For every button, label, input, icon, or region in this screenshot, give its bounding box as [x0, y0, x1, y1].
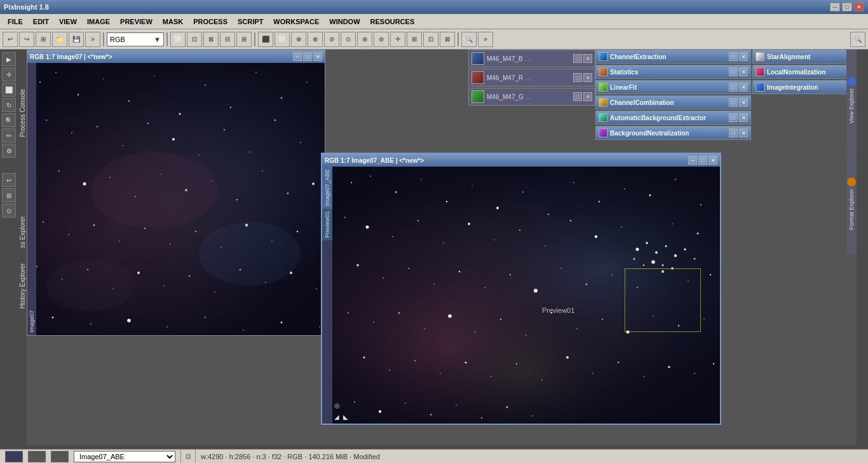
- image07-abe-minimize[interactable]: ─: [688, 156, 697, 165]
- sidebar-btn-grid[interactable]: ⊞: [2, 188, 16, 202]
- image07-abe-maximize[interactable]: □: [698, 156, 707, 165]
- image07-abe-close[interactable]: ✕: [709, 156, 717, 165]
- local-normalization-titlebar[interactable]: LocalNormalization □ ✕: [753, 66, 857, 78]
- maximize-button[interactable]: □: [842, 3, 852, 11]
- toolbar-btn4[interactable]: ⊟: [220, 32, 235, 47]
- toolbar-btn10[interactable]: ⊘: [324, 32, 339, 47]
- menu-process[interactable]: PROCESS: [188, 17, 233, 27]
- statistics-close[interactable]: ✕: [739, 67, 748, 76]
- toolbar-more2[interactable]: »: [478, 32, 493, 47]
- toolbar-btn5[interactable]: ⊞: [236, 32, 252, 47]
- sidebar-btn-settings[interactable]: ⚙: [2, 144, 16, 158]
- sidebar-btn-zoom[interactable]: 🔍: [2, 113, 16, 127]
- image07-maximize[interactable]: □: [303, 52, 312, 61]
- toolbar-zoom-in[interactable]: 🔍: [850, 32, 865, 47]
- toolbar-btn6[interactable]: ⬛: [258, 32, 273, 47]
- thumb-r-settings[interactable]: □: [573, 73, 582, 82]
- menu-preview[interactable]: PREVIEW: [115, 17, 158, 27]
- lock-icon[interactable]: ◎: [332, 401, 341, 410]
- toolbar-btn16[interactable]: ⊡: [423, 32, 438, 47]
- menu-resources[interactable]: RESOURCES: [365, 17, 420, 27]
- process-console-label[interactable]: Process Console: [18, 50, 27, 177]
- image07-minimize[interactable]: ─: [293, 52, 302, 61]
- thumb-b-settings[interactable]: □: [573, 54, 582, 63]
- channel-combination-titlebar[interactable]: ChannelCombination □ ✕: [596, 96, 750, 109]
- thumb-g-close[interactable]: ✕: [583, 92, 592, 101]
- toolbar-undo[interactable]: ↩: [3, 32, 18, 47]
- sidebar-btn-move[interactable]: ✛: [2, 67, 16, 81]
- menu-view[interactable]: VIEW: [54, 17, 82, 27]
- sidebar-btn-circle[interactable]: ⊙: [2, 204, 16, 218]
- bg-neut-settings[interactable]: □: [729, 128, 738, 137]
- status-btn3[interactable]: [51, 451, 69, 462]
- toolbar-btn15[interactable]: ⊞: [407, 32, 422, 47]
- channel-extraction-titlebar[interactable]: ChannelExtraction □ ✕: [596, 50, 750, 63]
- status-btn2[interactable]: [28, 451, 46, 462]
- minimize-button[interactable]: ─: [830, 3, 840, 11]
- channel-combination-close[interactable]: ✕: [739, 98, 748, 107]
- auto-bg-settings[interactable]: □: [729, 113, 738, 122]
- color-mode-dropdown[interactable]: RGB ▼: [107, 32, 164, 46]
- image07-tab[interactable]: Image07: [27, 63, 36, 335]
- thumb-g-settings[interactable]: □: [573, 92, 582, 101]
- toolbar-btn1[interactable]: ⬜: [170, 32, 186, 47]
- menu-edit[interactable]: EDIT: [28, 17, 54, 27]
- format-explorer-sidebar[interactable]: Format Explorer: [846, 153, 857, 254]
- channel-extraction-close[interactable]: ✕: [739, 52, 748, 61]
- image-selector[interactable]: Image07_ABE: [74, 451, 175, 462]
- resize-corner-bl[interactable]: ◢: [332, 412, 341, 421]
- bg-neut-close[interactable]: ✕: [739, 128, 748, 137]
- sidebar-btn-arrow[interactable]: ▶: [2, 52, 16, 66]
- toolbar-open[interactable]: 📁: [52, 32, 67, 47]
- image07-abe-titlebar[interactable]: RGB 1:7 Image07_ABE | <*new*> ─ □ ✕: [322, 154, 720, 167]
- toolbar-btn11[interactable]: ⊙: [341, 32, 356, 47]
- toolbar-new[interactable]: ⊞: [36, 32, 51, 47]
- history-explorer-label[interactable]: History Explorer: [18, 248, 27, 324]
- toolbar-btn3[interactable]: ⊠: [203, 32, 219, 47]
- abe-tab-main[interactable]: Image07_ABE: [322, 167, 332, 209]
- linear-fit-titlebar[interactable]: LinearFit □ ✕: [596, 81, 750, 93]
- menu-workspace[interactable]: WORKSPACE: [268, 17, 324, 27]
- star-alignment-titlebar[interactable]: StarAlignment □ ✕: [753, 50, 857, 63]
- menu-script[interactable]: SCRIPT: [233, 17, 268, 27]
- toolbar-btn2[interactable]: ⊡: [187, 32, 202, 47]
- menu-window[interactable]: WINDOW: [324, 17, 365, 27]
- toolbar-save[interactable]: 💾: [69, 32, 84, 47]
- linear-fit-settings[interactable]: □: [729, 83, 738, 92]
- sidebar-btn-pencil[interactable]: ✏: [2, 128, 16, 142]
- toolbar-btn9[interactable]: ⊗: [308, 32, 323, 47]
- sidebar-btn-select[interactable]: ⬜: [2, 83, 16, 97]
- bg-neutralization-titlebar[interactable]: BackgroundNeutralization □ ✕: [596, 127, 750, 139]
- statistics-settings[interactable]: □: [729, 67, 738, 76]
- linear-fit-close[interactable]: ✕: [739, 83, 748, 92]
- toolbar-more[interactable]: »: [85, 32, 100, 47]
- image07-titlebar[interactable]: RGB 1:7 Image07 | <*new*> ─ □ ✕: [27, 50, 325, 63]
- close-button[interactable]: ✕: [854, 3, 864, 11]
- toolbar-redo[interactable]: ↪: [19, 32, 34, 47]
- menu-file[interactable]: FILE: [3, 17, 28, 27]
- channel-extraction-settings[interactable]: □: [729, 52, 738, 61]
- sidebar-btn-rotate[interactable]: ↻: [2, 98, 16, 112]
- thumb-r-close[interactable]: ✕: [583, 73, 592, 82]
- thumb-b-close[interactable]: ✕: [583, 54, 592, 63]
- toolbar-btn13[interactable]: ⊚: [374, 32, 389, 47]
- menu-image[interactable]: IMAGE: [82, 17, 115, 27]
- image-integration-titlebar[interactable]: ImageIntegration □ ✕: [753, 81, 857, 93]
- sidebar-btn-history[interactable]: ↩: [2, 173, 16, 187]
- toolbar-btn8[interactable]: ⊕: [291, 32, 306, 47]
- abe-tab-preview[interactable]: Preview01: [322, 209, 332, 240]
- toolbar-zoom[interactable]: 🔍: [461, 32, 477, 47]
- toolbar-btn12[interactable]: ⊛: [357, 32, 372, 47]
- menu-mask[interactable]: MASK: [158, 17, 188, 27]
- status-fit-btn[interactable]: ⊡: [180, 449, 196, 464]
- statistics-titlebar[interactable]: Statistics □ ✕: [596, 66, 750, 78]
- status-btn1[interactable]: [5, 451, 23, 462]
- image07-close[interactable]: ✕: [313, 52, 322, 61]
- auto-bg-close[interactable]: ✕: [739, 113, 748, 122]
- toolbar-btn7[interactable]: ⬜: [275, 32, 290, 47]
- resize-corner-br[interactable]: ◣: [341, 412, 350, 421]
- channel-combination-settings[interactable]: □: [729, 98, 738, 107]
- view-explorer-sidebar[interactable]: View Explorer: [846, 50, 857, 151]
- auto-bg-extractor-titlebar[interactable]: AutomaticBackgroundExtractor □ ✕: [596, 111, 750, 124]
- toolbar-btn14[interactable]: ✛: [390, 32, 405, 47]
